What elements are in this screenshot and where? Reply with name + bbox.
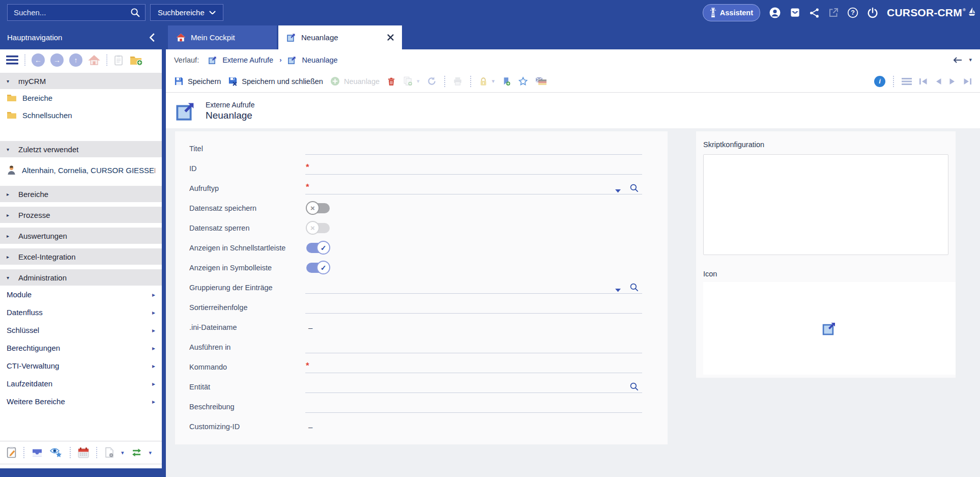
search-icon[interactable] [130,8,140,17]
dropdown-chevron-icon[interactable] [615,189,621,193]
global-search[interactable] [7,4,146,21]
sidebar-item-berechtigungen[interactable]: Berechtigungen▸ [0,339,162,357]
new-record-button[interactable]: Neuanlage [330,76,380,86]
sidebar-section-auswertungen[interactable]: ▸Auswertungen [0,228,162,244]
sidebar-item-module[interactable]: Module▸ [0,286,162,303]
sidebar-section-excel-integration[interactable]: ▸Excel-Integration [0,248,162,265]
delete-icon[interactable] [387,77,396,86]
search-input[interactable] [13,8,130,17]
toggle-anzeigen-in-schnellstartleiste[interactable]: ✓ [306,243,330,253]
help-icon[interactable]: ? [847,7,858,18]
lookup-search-icon[interactable] [629,183,639,193]
last-record-icon[interactable] [963,78,972,85]
list-view-icon[interactable] [902,77,912,86]
triangle-down-icon: ▾ [7,147,12,152]
icon-preview-box[interactable] [703,282,956,375]
field-label: Beschreibung [189,403,305,411]
script-config-textarea[interactable] [703,154,948,255]
chevron-down-icon[interactable]: ▾ [149,450,152,456]
save-button[interactable]: Speichern [174,76,221,86]
form-row-datensatz-sperren: Datensatz sperren× [189,218,642,238]
sidebar-collapse-icon[interactable] [150,33,155,42]
document-settings-icon[interactable] [104,447,115,458]
add-folder-icon[interactable] [129,54,143,66]
sidebar-item-schnellsuchen[interactable]: Schnellsuchen [0,106,162,124]
calendar-icon[interactable] [77,447,90,458]
previous-record-icon[interactable] [935,78,942,85]
tab-mein-cockpit[interactable]: Mein Cockpit [168,25,277,49]
sidebar-section-mycrm[interactable]: ▾myCRM [0,73,162,89]
breadcrumb-item[interactable]: Externe Aufrufe [222,56,273,64]
tab-neuanlage[interactable]: Neuanlage [278,25,402,49]
input-ausführen-in[interactable] [305,353,642,353]
favorite-star-icon[interactable] [518,76,528,87]
next-record-icon[interactable] [949,78,956,85]
bookmark-add-icon[interactable] [502,77,511,86]
input-sortierreihenfolge[interactable] [305,313,642,314]
item-label: Datenfluss [7,308,43,317]
script-config-label: Skriptkonfiguration [703,141,764,149]
input-id[interactable] [305,174,642,175]
sidebar-item-altenhain-cornelia-cursor-giessen[interactable]: Altenhain, Cornelia, CURSOR GIESSEN, [0,160,162,180]
inbox-icon[interactable] [790,8,800,17]
user-account-icon[interactable] [769,7,781,19]
toggle-anzeigen-in-symbolleiste[interactable]: ✓ [306,263,330,273]
copy-record-button[interactable]: ▾ [403,76,420,86]
toggle-check-icon: ✓ [316,241,330,255]
input-gruppierung-der-einträge[interactable] [305,293,642,294]
sidebar-item-cti-verwaltung[interactable]: CTI-Verwaltung▸ [0,357,162,375]
tab-bar: Mein Cockpit Neuanlage [166,25,980,49]
share-icon[interactable] [809,8,820,18]
sidebar-item-schlüssel[interactable]: Schlüssel▸ [0,321,162,339]
logout-power-icon[interactable] [867,7,878,18]
sidebar-item-datenfluss[interactable]: Datenfluss▸ [0,303,162,321]
refresh-icon[interactable] [427,76,437,86]
input-entität[interactable] [305,392,642,393]
menu-icon[interactable] [6,55,18,65]
sidebar-item-weitere-bereiche[interactable]: Weitere Bereiche▸ [0,392,162,410]
assistant-button[interactable]: Assistent [703,4,760,21]
watch-favorites-icon[interactable] [49,447,63,458]
chevron-down-icon[interactable]: ▾ [121,450,124,456]
lookup-search-icon[interactable] [629,382,639,391]
nav-up-button[interactable]: ↑ [69,53,82,67]
first-record-icon[interactable] [919,78,928,85]
inbox-tray-icon[interactable] [31,448,43,458]
language-flags-icon[interactable] [535,77,547,86]
lock-record-button[interactable]: ▾ [479,77,495,86]
save-and-close-button[interactable]: Speichern und schließen [228,76,323,86]
sidebar-item-laufzeitdaten[interactable]: Laufzeitdaten▸ [0,375,162,392]
input-titel[interactable] [305,154,642,155]
triangle-right-icon: ▸ [7,191,12,197]
sidebar-section-prozesse[interactable]: ▸Prozesse [0,207,162,223]
lookup-search-icon[interactable] [629,283,639,292]
input-kommando[interactable] [305,373,642,373]
sidebar-section-bereiche[interactable]: ▸Bereiche [0,186,162,202]
sidebar-item-bereiche[interactable]: Bereiche [0,89,162,106]
sync-icon[interactable] [130,448,143,457]
print-icon[interactable] [453,76,463,86]
chevron-down-icon[interactable]: ▾ [969,57,972,63]
input-aufruftyp[interactable] [305,194,642,194]
toggle-datensatz-speichern[interactable]: × [306,203,330,213]
home-icon[interactable] [88,54,100,66]
sidebar-section-administration[interactable]: ▾Administration [0,269,162,286]
search-scope-button[interactable]: Suchbereiche [150,4,223,21]
close-tab-icon[interactable] [387,34,394,41]
form-panel: TitelID*Aufruftyp*Datensatz speichern×Da… [175,131,668,444]
clipboard-icon[interactable] [113,54,124,66]
record-toolbar: Speichern Speichern und schließen Neuanl… [166,70,980,93]
dropdown-chevron-icon[interactable] [615,289,621,292]
icon-label: Icon [703,270,717,278]
history-back-icon[interactable] [953,57,962,63]
open-external-icon[interactable] [828,8,839,18]
field-control: * [305,158,642,178]
submenu-arrow-icon: ▸ [152,345,155,352]
breadcrumb-item[interactable]: Neuanlage [302,56,337,64]
sidebar-section-zuletzt-verwendet[interactable]: ▾Zuletzt verwendet [0,141,162,157]
nav-forward-button[interactable]: → [50,53,64,67]
nav-back-button[interactable]: ← [32,53,45,67]
input-beschreibung[interactable] [305,412,642,413]
info-icon[interactable]: i [874,76,885,87]
notes-clipboard-icon[interactable] [6,446,17,458]
